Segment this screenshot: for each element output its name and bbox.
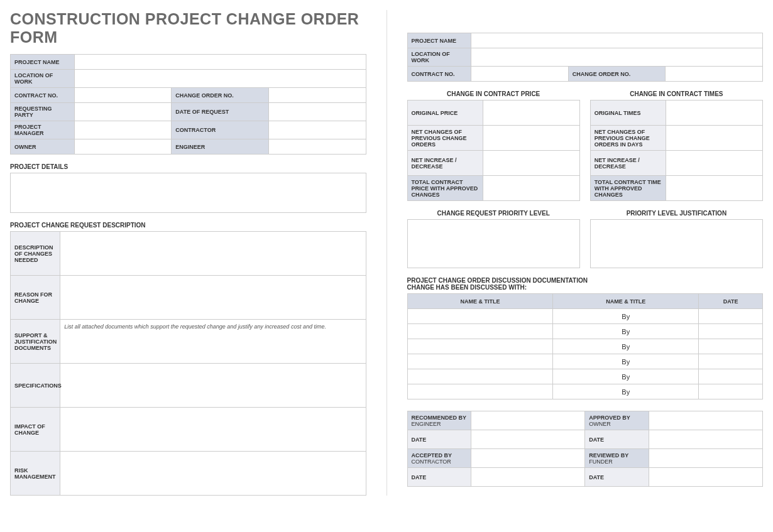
cell-date[interactable] — [699, 384, 763, 399]
field-project-name-r[interactable] — [471, 33, 763, 48]
field-net-incdec-times[interactable] — [666, 151, 763, 176]
label-approved-by: APPROVED BYOWNER — [585, 411, 649, 430]
label-location-r: LOCATION OF WORK — [407, 48, 471, 67]
label-net-incdec-price: NET INCREASE / DECREASE — [407, 151, 483, 176]
label-risk: RISK MANAGEMENT — [11, 452, 60, 496]
field-net-prev-price[interactable] — [483, 126, 580, 151]
label-date-3: DATE — [407, 468, 471, 487]
field-support[interactable]: List all attached documents which suppor… — [60, 320, 366, 364]
field-change-order-no-r[interactable] — [666, 67, 763, 82]
label-project-name: PROJECT NAME — [11, 55, 75, 70]
field-contractor[interactable] — [268, 121, 366, 139]
section-price-title: CHANGE IN CONTRACT PRICE — [407, 90, 580, 97]
label-accepted-by: ACCEPTED BYCONTRACTOR — [407, 449, 471, 468]
field-net-prev-times[interactable] — [666, 126, 763, 151]
cell-by[interactable]: By — [553, 384, 699, 399]
header-table-right: PROJECT NAME LOCATION OF WORK CONTRACT N… — [407, 33, 764, 82]
table-row: By — [407, 339, 763, 354]
field-impact[interactable] — [60, 408, 366, 452]
label-owner: OWNER — [11, 139, 75, 155]
field-risk[interactable] — [60, 452, 366, 496]
field-date-4[interactable] — [649, 468, 763, 487]
page-left: CONSTRUCTION PROJECT CHANGE ORDER FORM P… — [10, 10, 366, 496]
label-total-price: TOTAL CONTRACT PRICE WITH APPROVED CHANG… — [407, 176, 483, 201]
field-engineer[interactable] — [268, 139, 366, 155]
cell-by[interactable]: By — [553, 324, 699, 339]
cell-date[interactable] — [699, 354, 763, 369]
cell-date[interactable] — [699, 339, 763, 354]
field-reason[interactable] — [60, 276, 366, 320]
label-impact: IMPACT OF CHANGE — [11, 408, 60, 452]
field-reviewed-by[interactable] — [649, 449, 763, 468]
field-priority-level[interactable] — [407, 219, 580, 268]
label-contract-no: CONTRACT NO. — [11, 88, 75, 103]
approval-table: RECOMMENDED BYENGINEER APPROVED BYOWNER … — [407, 411, 764, 487]
field-total-times[interactable] — [666, 176, 763, 201]
cell-name1[interactable] — [407, 339, 553, 354]
field-project-name[interactable] — [74, 55, 366, 70]
field-priority-just[interactable] — [590, 219, 763, 268]
cell-by[interactable]: By — [553, 309, 699, 324]
col-date: DATE — [699, 294, 763, 309]
field-requesting-party[interactable] — [74, 103, 172, 121]
field-recommended-by[interactable] — [471, 411, 585, 430]
table-row: By — [407, 384, 763, 399]
label-reason: REASON FOR CHANGE — [11, 276, 60, 320]
cell-by[interactable]: By — [553, 354, 699, 369]
label-total-times: TOTAL CONTRACT TIME WITH APPROVED CHANGE… — [590, 176, 666, 201]
label-orig-price: ORIGINAL PRICE — [407, 100, 483, 126]
field-contract-no[interactable] — [74, 88, 172, 103]
label-reviewed-by: REVIEWED BYFUNDER — [585, 449, 649, 468]
cell-name1[interactable] — [407, 384, 553, 399]
field-specifications[interactable] — [60, 364, 366, 408]
col-name-1: NAME & TITLE — [407, 294, 553, 309]
price-table: ORIGINAL PRICE NET CHANGES OF PREVIOUS C… — [407, 100, 580, 201]
label-desc-changes: DESCRIPTION OF CHANGES NEEDED — [11, 232, 60, 276]
discussion-table: NAME & TITLE NAME & TITLE DATE By By By … — [407, 293, 764, 399]
label-recommended-by: RECOMMENDED BYENGINEER — [407, 411, 471, 430]
field-orig-times[interactable] — [666, 100, 763, 126]
field-date-1[interactable] — [471, 430, 585, 449]
label-support: SUPPORT & JUSTIFICATION DOCUMENTS — [11, 320, 60, 364]
field-contract-no-r[interactable] — [471, 67, 569, 82]
section-change-req-desc: PROJECT CHANGE REQUEST DESCRIPTION — [10, 222, 366, 229]
cell-name1[interactable] — [407, 309, 553, 324]
field-location[interactable] — [74, 70, 366, 88]
field-orig-price[interactable] — [483, 100, 580, 126]
desc-table: DESCRIPTION OF CHANGES NEEDED REASON FOR… — [10, 231, 366, 496]
cell-date[interactable] — [699, 324, 763, 339]
field-accepted-by[interactable] — [471, 449, 585, 468]
cell-by[interactable]: By — [553, 369, 699, 384]
field-location-r[interactable] — [471, 48, 763, 67]
field-net-incdec-price[interactable] — [483, 151, 580, 176]
field-project-details[interactable] — [10, 173, 366, 213]
label-requesting-party: REQUESTING PARTY — [11, 103, 75, 121]
field-owner[interactable] — [74, 139, 172, 155]
label-date-1: DATE — [407, 430, 471, 449]
field-project-manager[interactable] — [74, 121, 172, 139]
label-contractor: CONTRACTOR — [172, 121, 269, 139]
times-table: ORIGINAL TIMES NET CHANGES OF PREVIOUS C… — [590, 100, 763, 201]
cell-date[interactable] — [699, 309, 763, 324]
header-table-left: PROJECT NAME LOCATION OF WORK CONTRACT N… — [10, 54, 366, 155]
label-net-prev-times: NET CHANGES OF PREVIOUS CHANGE ORDERS IN… — [590, 126, 666, 151]
field-approved-by[interactable] — [649, 411, 763, 430]
cell-date[interactable] — [699, 369, 763, 384]
section-discussion-1: PROJECT CHANGE ORDER DISCUSSION DOCUMENT… — [407, 277, 764, 284]
hint-support: List all attached documents which suppor… — [64, 323, 326, 330]
cell-name1[interactable] — [407, 354, 553, 369]
page-divider — [386, 10, 387, 496]
form-title: CONSTRUCTION PROJECT CHANGE ORDER FORM — [10, 10, 366, 46]
field-total-price[interactable] — [483, 176, 580, 201]
cell-by[interactable]: By — [553, 339, 699, 354]
col-name-2: NAME & TITLE — [553, 294, 699, 309]
field-change-order-no[interactable] — [268, 88, 366, 103]
field-desc-changes[interactable] — [60, 232, 366, 276]
cell-name1[interactable] — [407, 369, 553, 384]
field-date-2[interactable] — [649, 430, 763, 449]
field-date-3[interactable] — [471, 468, 585, 487]
label-specifications: SPECIFICATIONS — [11, 364, 60, 408]
field-date-request[interactable] — [268, 103, 366, 121]
cell-name1[interactable] — [407, 324, 553, 339]
label-change-order-no-r: CHANGE ORDER NO. — [568, 67, 666, 82]
